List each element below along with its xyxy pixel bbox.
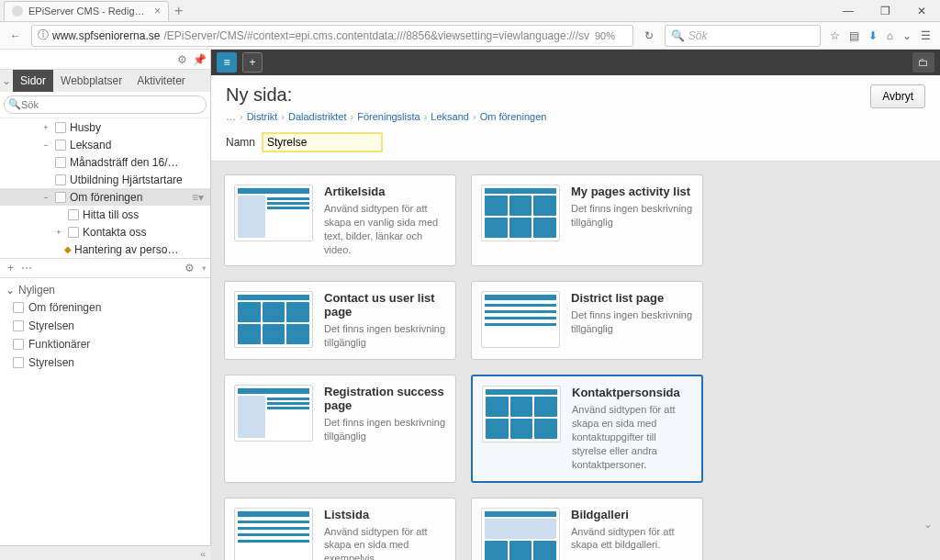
name-input[interactable] — [263, 133, 382, 151]
more-menu[interactable]: ⋯ — [17, 262, 36, 274]
main-toolbar: ≡ + 🗀 — [211, 50, 940, 75]
page-icon — [13, 320, 24, 331]
toggle-tree-icon[interactable]: ≡ — [217, 52, 237, 73]
add-content-button[interactable]: + — [242, 52, 263, 73]
pocket-icon[interactable]: ⌄ — [902, 29, 912, 42]
page-type-thumbnail — [482, 386, 561, 442]
breadcrumb-item[interactable]: Om föreningen — [480, 111, 547, 122]
tree-node[interactable]: +Kontakta oss — [0, 223, 210, 241]
recent-item[interactable]: Styrelsen — [0, 317, 210, 335]
breadcrumb-item[interactable]: Daladistriktet — [288, 111, 347, 122]
tree-node[interactable]: Utbildning Hjärtstartare — [0, 171, 210, 188]
sidebar-tab-sites[interactable]: Webbplatser — [53, 70, 129, 92]
chevron-down-icon[interactable]: ▾ — [202, 263, 207, 273]
add-page-button[interactable]: + — [4, 262, 17, 274]
sidebar-search-input[interactable] — [4, 95, 207, 114]
tree-node[interactable]: +Husby — [0, 118, 210, 136]
menu-icon[interactable]: ☰ — [921, 29, 931, 42]
window-close[interactable]: ✕ — [903, 0, 940, 22]
page-title: Ny sida: — [226, 84, 870, 106]
tree-node[interactable]: −Leksand — [0, 136, 210, 153]
recent-item[interactable]: Funktionärer — [0, 335, 210, 353]
page-type-title: District list page — [571, 291, 693, 305]
tree-node[interactable]: −Om föreningen≡▾ — [0, 188, 210, 206]
page-icon — [55, 157, 66, 168]
recent-item[interactable]: Styrelsen — [0, 353, 210, 372]
browser-search[interactable]: 🔍 Sök — [665, 25, 821, 47]
chevron-down-icon[interactable]: ⌄ — [6, 284, 15, 297]
page-type-title: Registration success page — [324, 385, 446, 412]
home-icon[interactable]: ⌂ — [887, 29, 893, 42]
window-maximize[interactable]: ❐ — [867, 0, 903, 22]
recent-item[interactable]: Om föreningen — [0, 298, 210, 317]
recent-header: ⌄ Nyligen — [0, 282, 210, 298]
pin-icon[interactable]: 📌 — [193, 53, 207, 66]
name-label: Namn — [226, 136, 255, 149]
recent-label: Nyligen — [18, 284, 55, 297]
cancel-button[interactable]: Avbryt — [870, 84, 925, 108]
window-minimize[interactable]: — — [830, 0, 867, 22]
downloads-icon[interactable]: ⬇ — [868, 29, 878, 42]
page-type-gallery: ArtikelsidaAnvänd sidtypen för att skapa… — [211, 162, 940, 560]
page-type-title: Kontaktpersonsida — [572, 386, 692, 399]
page-type-title: Listsida — [324, 508, 446, 521]
new-tab-button[interactable]: + — [174, 3, 183, 19]
tree-node[interactable]: Hitta till oss — [0, 206, 210, 223]
page-type-card[interactable]: KontaktpersonsidaAnvänd sidtypen för att… — [471, 375, 703, 482]
url-bar[interactable]: ⓘ www.spfseniorerna.se /EPiServer/CMS/#c… — [31, 25, 633, 47]
page-type-card[interactable]: BildgalleriAnvänd sidtypen för att skapa… — [471, 498, 703, 560]
page-type-card[interactable]: ArtikelsidaAnvänd sidtypen för att skapa… — [224, 174, 456, 266]
browser-tab[interactable]: EPiServer CMS - Redigera × — [4, 1, 169, 21]
page-type-card[interactable]: District list pageDet finns ingen beskri… — [471, 281, 703, 360]
bookmark-icon[interactable]: ☆ — [830, 29, 840, 42]
main-area: ≡ + 🗀 Ny sida: …›Distrikt›Daladistriktet… — [211, 50, 940, 560]
sidebar-tab-activities[interactable]: Aktiviteter — [129, 70, 193, 92]
search-icon: 🔍 — [8, 98, 21, 110]
page-type-card[interactable]: My pages activity listDet finns ingen be… — [471, 174, 703, 266]
expand-icon[interactable]: + — [53, 228, 64, 237]
page-type-thumbnail — [234, 185, 313, 241]
tree-node-label: Om föreningen — [70, 191, 142, 204]
expand-icon[interactable]: + — [40, 123, 51, 132]
page-icon — [55, 174, 66, 185]
tree-node-label: Kontakta oss — [83, 226, 146, 239]
chevron-down-icon[interactable]: ⌄ — [2, 74, 11, 87]
breadcrumb-item[interactable]: Leksand — [431, 111, 469, 122]
breadcrumb-item[interactable]: Distrikt — [247, 111, 278, 122]
reload-button[interactable]: ↻ — [637, 24, 661, 48]
recent-panel: ⌄ Nyligen Om föreningenStyrelsenFunktion… — [0, 278, 210, 560]
tree-node-label: Leksand — [70, 139, 111, 151]
breadcrumb-item[interactable]: Föreningslista — [357, 111, 420, 122]
tree-node[interactable]: ◆Hantering av perso… — [0, 241, 210, 258]
browser-toolbar: ← ⓘ www.spfseniorerna.se /EPiServer/CMS/… — [0, 22, 940, 50]
sidebar-top-tools: ⚙ 📌 — [0, 50, 210, 70]
sidebar-tab-pages[interactable]: Sidor — [13, 70, 53, 92]
node-options[interactable]: ≡▾ — [189, 191, 207, 204]
breadcrumb-item: … — [226, 111, 236, 122]
page-type-description: Det finns ingen beskrivning tillgänglig — [571, 202, 693, 230]
toolbar-icons: ☆ ▤ ⬇ ⌂ ⌄ ☰ — [824, 29, 936, 42]
search-placeholder: Sök — [688, 29, 708, 42]
back-button[interactable]: ← — [4, 24, 28, 48]
chevron-right-icon: › — [240, 111, 243, 122]
settings-button[interactable]: ⚙ — [181, 262, 198, 274]
close-tab-icon[interactable]: × — [154, 5, 161, 17]
search-icon: 🔍 — [671, 29, 685, 42]
tree-node-label: Hantering av perso… — [74, 243, 178, 256]
page-type-card[interactable]: Registration success pageDet finns ingen… — [224, 375, 456, 482]
chevron-right-icon: › — [351, 111, 354, 122]
page-type-card[interactable]: ListsidaAnvänd sidtypen för att skapa en… — [224, 498, 456, 560]
expand-icon[interactable]: − — [40, 193, 51, 202]
tab-title: EPiServer CMS - Redigera — [28, 6, 149, 17]
expand-icon[interactable]: − — [40, 140, 51, 150]
scroll-down-indicator: ⌄ — [923, 518, 936, 531]
gear-icon[interactable]: ⚙ — [177, 53, 187, 66]
library-icon[interactable]: ▤ — [849, 29, 859, 42]
sidebar-search: 🔍 — [0, 92, 210, 118]
page-type-thumbnail — [481, 185, 560, 241]
tree-node[interactable]: Månadsträff den 16/… — [0, 153, 210, 171]
chevron-right-icon: › — [473, 111, 476, 122]
page-type-card[interactable]: Contact us user list pageDet finns ingen… — [224, 281, 456, 360]
sidebar-collapse-handle[interactable]: « — [0, 545, 211, 560]
assets-panel-toggle[interactable]: 🗀 — [912, 52, 934, 73]
